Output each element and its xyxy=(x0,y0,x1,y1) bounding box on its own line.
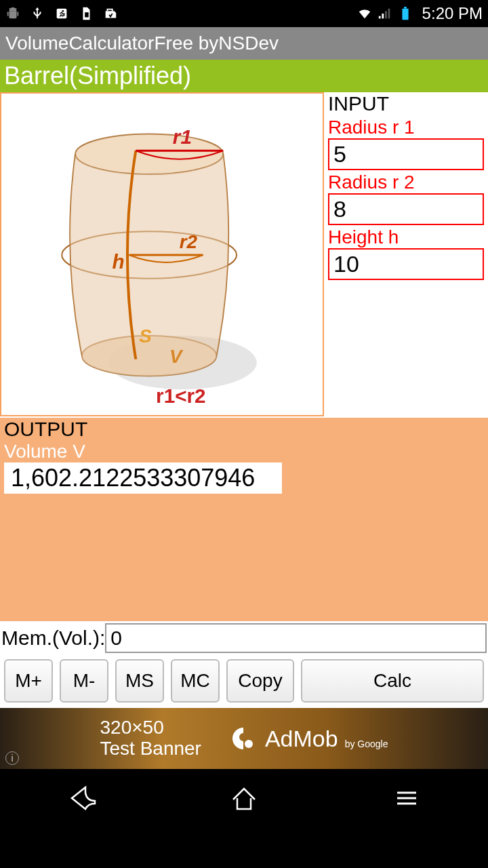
sim-icon xyxy=(79,6,94,21)
output-header: OUTPUT xyxy=(4,418,484,441)
m-minus-button[interactable]: M- xyxy=(60,659,108,703)
back-icon[interactable] xyxy=(65,782,98,814)
input-r1[interactable] xyxy=(328,138,484,170)
svg-rect-12 xyxy=(404,7,407,9)
admob-icon xyxy=(228,724,258,753)
app-title: VolumeCalculatorFree byNSDev xyxy=(0,27,488,60)
label-h: Height h xyxy=(328,226,484,248)
buttons-row: M+ M- MS MC Copy Calc xyxy=(0,655,488,708)
label-r2: Radius r 2 xyxy=(328,172,484,193)
mc-button[interactable]: MC xyxy=(171,659,220,703)
svg-rect-11 xyxy=(402,9,408,20)
ad-by: by Google xyxy=(345,738,388,749)
ad-line2: Test Banner xyxy=(100,738,201,760)
clock: 5:20 PM xyxy=(422,4,483,23)
status-bar: 5:20 PM xyxy=(0,0,488,27)
input-h[interactable] xyxy=(328,248,484,280)
svg-text:r1: r1 xyxy=(173,125,192,148)
shape-title: Barrel(Simplified) xyxy=(0,60,488,92)
svg-rect-9 xyxy=(385,11,387,18)
svg-rect-3 xyxy=(17,12,18,16)
svg-rect-6 xyxy=(85,12,89,17)
ad-brand: AdMob xyxy=(265,726,338,752)
memory-label: Mem.(Vol.): xyxy=(1,627,105,650)
svg-point-5 xyxy=(62,10,64,12)
signal-icon xyxy=(378,6,392,21)
storage-icon xyxy=(103,6,118,21)
ad-info-icon[interactable]: i xyxy=(5,751,19,765)
m-plus-button[interactable]: M+ xyxy=(4,659,53,703)
svg-rect-10 xyxy=(388,9,390,19)
android-icon xyxy=(5,6,20,21)
svg-text:r2: r2 xyxy=(180,231,198,252)
svg-rect-4 xyxy=(57,9,67,19)
input-header: INPUT xyxy=(328,92,484,115)
label-r1: Radius r 1 xyxy=(328,117,484,138)
svg-point-14 xyxy=(75,134,223,174)
ad-line1: 320×50 xyxy=(100,717,201,738)
home-icon[interactable] xyxy=(228,782,260,814)
ad-banner[interactable]: i 320×50 Test Banner AdMob by Google xyxy=(0,708,488,769)
svg-text:S: S xyxy=(139,326,152,347)
svg-point-25 xyxy=(245,740,253,748)
running-icon xyxy=(54,6,69,21)
memory-row: Mem.(Vol.): xyxy=(0,621,488,655)
barrel-diagram: r1 r2 h S V r1<r2 xyxy=(0,92,324,416)
copy-button[interactable]: Copy xyxy=(226,659,294,703)
usb-icon xyxy=(30,6,45,21)
input-panel: INPUT Radius r 1 Radius r 2 Height h xyxy=(324,92,488,418)
output-label: Volume V xyxy=(4,441,484,462)
battery-icon xyxy=(398,6,413,21)
nav-bar xyxy=(0,769,488,827)
wifi-icon xyxy=(357,6,372,21)
output-value: 1,602.2122533307946 xyxy=(4,462,282,494)
svg-rect-7 xyxy=(378,16,380,19)
ms-button[interactable]: MS xyxy=(115,659,164,703)
svg-text:h: h xyxy=(113,250,125,273)
svg-rect-2 xyxy=(7,12,9,16)
svg-text:V: V xyxy=(169,346,184,367)
svg-rect-8 xyxy=(382,14,384,18)
output-panel: OUTPUT Volume V 1,602.2122533307946 xyxy=(0,418,488,621)
calc-button[interactable]: Calc xyxy=(301,659,484,703)
menu-icon[interactable] xyxy=(390,782,423,814)
svg-text:r1<r2: r1<r2 xyxy=(156,384,206,407)
memory-input[interactable] xyxy=(105,623,487,653)
input-r2[interactable] xyxy=(328,193,484,225)
